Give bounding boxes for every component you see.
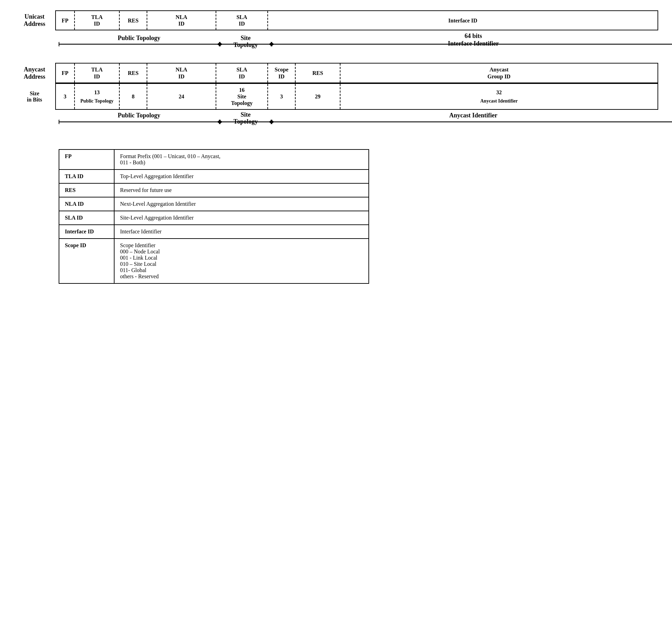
legend-row-res: RES Reserved for future use xyxy=(59,183,369,197)
anycast-res2: RES xyxy=(296,64,340,82)
unicast-nla: NLAID xyxy=(147,11,216,30)
size-sla: 16 Site Topology xyxy=(216,84,268,109)
svg-text:Interface Identifier: Interface Identifier xyxy=(448,40,498,47)
legend-term-fp: FP xyxy=(59,149,114,170)
svg-text:Topology: Topology xyxy=(234,118,258,125)
svg-marker-19 xyxy=(217,119,220,124)
unicast-fp: FP xyxy=(56,11,75,30)
unicast-arrows: Public Topology Site Topology 64 bits In… xyxy=(59,30,658,59)
svg-marker-1 xyxy=(59,42,59,47)
legend-tbody: FP Format Prefix (001 – Unicast, 010 – A… xyxy=(59,149,369,283)
size-tla: 13 Public Topology xyxy=(75,84,120,109)
anycast-tla: TLAID xyxy=(75,64,120,82)
legend-term-res: RES xyxy=(59,183,114,197)
legend-table: FP Format Prefix (001 – Unicast, 010 – A… xyxy=(59,149,369,284)
svg-marker-5 xyxy=(217,42,220,47)
size-res: 8 xyxy=(120,84,147,109)
legend-term-tla: TLA ID xyxy=(59,170,114,183)
legend-row-sla: SLA ID Site-Level Aggregation Identifier xyxy=(59,211,369,225)
legend-row-scope: Scope ID Scope Identifier 000 – Node Loc… xyxy=(59,239,369,283)
legend-row-iface: Interface ID Interface Identifier xyxy=(59,225,369,239)
anycast-group-id: AnycastGroup ID xyxy=(340,64,658,82)
size-cells: 3 13 Public Topology 8 24 16 Site Topolo… xyxy=(55,83,658,110)
svg-text:Public Topology: Public Topology xyxy=(118,112,160,119)
unicast-tla: TLAID xyxy=(75,11,120,30)
anycast-label: AnycastAddress xyxy=(14,63,55,83)
legend-term-iface: Interface ID xyxy=(59,225,114,239)
size-grid: 3 13 Public Topology 8 24 16 Site Topolo… xyxy=(55,83,658,110)
anycast-scope: ScopeID xyxy=(268,64,296,82)
legend-def-res: Reserved for future use xyxy=(114,183,369,197)
anycast-sla: SLAID xyxy=(216,64,268,82)
svg-text:Site: Site xyxy=(241,111,251,118)
svg-text:64 bits: 64 bits xyxy=(465,32,482,39)
size-label: Sizein Bits xyxy=(14,83,55,110)
legend-term-scope: Scope ID xyxy=(59,239,114,283)
svg-text:Public Topology: Public Topology xyxy=(118,35,160,41)
anycast-fp: FP xyxy=(56,64,75,82)
unicast-arrows-svg: Public Topology Site Topology 64 bits In… xyxy=(59,30,672,58)
svg-text:Site: Site xyxy=(241,35,251,41)
unicast-row: UnicastAddress FP TLAID RES NLAID SLAID … xyxy=(14,10,658,30)
legend-row-tla: TLA ID Top-Level Aggregation Identifier xyxy=(59,170,369,183)
size-row: Sizein Bits 3 13 Public Topology 8 24 16… xyxy=(14,83,658,110)
unicast-label: UnicastAddress xyxy=(14,10,55,30)
anycast-arrows-svg: Public Topology Site Topology Anycast Id… xyxy=(59,110,672,134)
legend-def-nla: Next-Level Aggregation Identifier xyxy=(114,197,369,211)
anycast-row: AnycastAddress FP TLAID RES NLAID SLAID … xyxy=(14,63,658,83)
legend-term-nla: NLA ID xyxy=(59,197,114,211)
anycast-cells: FP TLAID RES NLAID SLAID ScopeID RES Any… xyxy=(55,63,658,83)
size-nla: 24 xyxy=(147,84,216,109)
anycast-arrows: Public Topology Site Topology Anycast Id… xyxy=(59,110,658,135)
svg-text:Anycast Identifier: Anycast Identifier xyxy=(449,112,497,119)
legend-row-fp: FP Format Prefix (001 – Unicast, 010 – A… xyxy=(59,149,369,170)
unicast-sla: SLAID xyxy=(216,11,268,30)
unicast-cells: FP TLAID RES NLAID SLAID Interface ID xyxy=(55,10,658,30)
svg-text:Topology: Topology xyxy=(234,41,258,48)
unicast-res: RES xyxy=(120,11,147,30)
size-fp: 3 xyxy=(56,84,75,109)
ipv6-address-diagram: UnicastAddress FP TLAID RES NLAID SLAID … xyxy=(14,10,658,135)
unicast-interface-id: Interface ID xyxy=(268,11,658,30)
legend-def-iface: Interface Identifier xyxy=(114,225,369,239)
anycast-grid: FP TLAID RES NLAID SLAID ScopeID RES Any… xyxy=(55,63,658,83)
legend-term-sla: SLA ID xyxy=(59,211,114,225)
legend-def-tla: Top-Level Aggregation Identifier xyxy=(114,170,369,183)
svg-marker-15 xyxy=(59,119,59,124)
unicast-grid: FP TLAID RES NLAID SLAID Interface ID xyxy=(55,10,658,30)
anycast-res: RES xyxy=(120,64,147,82)
anycast-nla: NLAID xyxy=(147,64,216,82)
size-gid: 32 Anycast Identifier xyxy=(340,84,658,109)
legend-def-sla: Site-Level Aggregation Identifier xyxy=(114,211,369,225)
svg-marker-24 xyxy=(269,119,272,124)
size-res2: 29 xyxy=(296,84,340,109)
legend-row-nla: NLA ID Next-Level Aggregation Identifier xyxy=(59,197,369,211)
legend-def-scope: Scope Identifier 000 – Node Local 001 - … xyxy=(114,239,369,283)
legend-def-fp: Format Prefix (001 – Unicast, 010 – Anyc… xyxy=(114,149,369,170)
svg-marker-10 xyxy=(269,42,272,47)
size-scope: 3 xyxy=(268,84,296,109)
